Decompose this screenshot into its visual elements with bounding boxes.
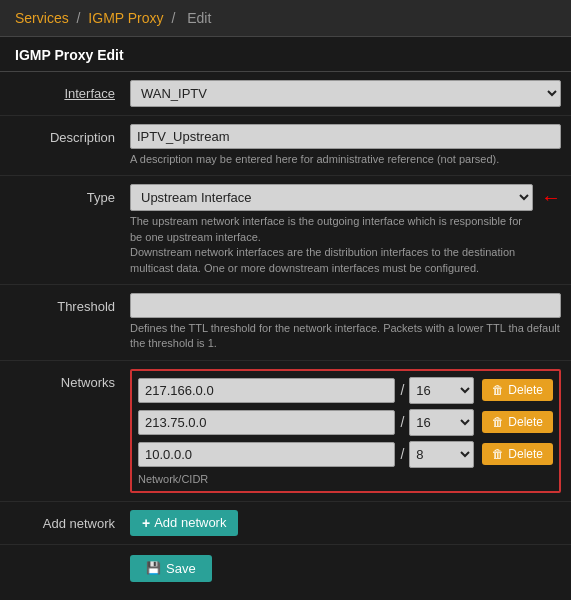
save-disk-icon: 💾: [146, 561, 161, 575]
networks-row: Networks / 16 8 24 32 🗑 Delete: [0, 361, 571, 502]
network-ip-2[interactable]: [138, 410, 395, 435]
description-input[interactable]: [130, 124, 561, 149]
interface-content: WAN_IPTV LAN WAN: [130, 80, 561, 107]
description-row: Description A description may be entered…: [0, 116, 571, 176]
threshold-hint: Defines the TTL threshold for the networ…: [130, 321, 561, 352]
trash-icon-1: 🗑: [492, 383, 504, 397]
trash-icon-2: 🗑: [492, 415, 504, 429]
slash-2: /: [400, 414, 404, 430]
delete-button-2[interactable]: 🗑 Delete: [482, 411, 553, 433]
network-cidr-label: Network/CIDR: [138, 473, 553, 485]
page-title: IGMP Proxy Edit: [0, 37, 571, 72]
type-content: Upstream Interface Downstream Interface …: [130, 184, 561, 276]
interface-row: Interface WAN_IPTV LAN WAN: [0, 72, 571, 116]
interface-label: Interface: [10, 80, 130, 101]
type-row: Type Upstream Interface Downstream Inter…: [0, 176, 571, 285]
cidr-select-2[interactable]: 16 8 24 32: [409, 409, 474, 436]
breadcrumb-sep2: /: [171, 10, 175, 26]
cidr-select-1[interactable]: 16 8 24 32: [409, 377, 474, 404]
add-network-row: Add network + Add network: [0, 502, 571, 545]
red-arrow-icon: ←: [541, 186, 561, 209]
slash-3: /: [400, 446, 404, 462]
type-label: Type: [10, 184, 130, 205]
breadcrumb-sep1: /: [77, 10, 81, 26]
cidr-select-3[interactable]: 8 16 24 32: [409, 441, 474, 468]
breadcrumb-igmp[interactable]: IGMP Proxy: [88, 10, 163, 26]
add-network-content: + Add network: [130, 510, 561, 536]
type-select[interactable]: Upstream Interface Downstream Interface: [130, 184, 533, 211]
network-ip-1[interactable]: [138, 378, 395, 403]
description-content: A description may be entered here for ad…: [130, 124, 561, 167]
network-ip-3[interactable]: [138, 442, 395, 467]
networks-label: Networks: [10, 369, 130, 390]
form-container: Interface WAN_IPTV LAN WAN Description A…: [0, 72, 571, 545]
add-network-button[interactable]: + Add network: [130, 510, 238, 536]
breadcrumb-edit: Edit: [187, 10, 211, 26]
delete-button-3[interactable]: 🗑 Delete: [482, 443, 553, 465]
threshold-row: Threshold Defines the TTL threshold for …: [0, 285, 571, 361]
threshold-label: Threshold: [10, 293, 130, 314]
interface-select[interactable]: WAN_IPTV LAN WAN: [130, 80, 561, 107]
type-wrapper: Upstream Interface Downstream Interface …: [130, 184, 561, 211]
save-button[interactable]: 💾 Save: [130, 555, 212, 582]
networks-content: / 16 8 24 32 🗑 Delete /: [130, 369, 561, 493]
network-row-3: / 8 16 24 32 🗑 Delete: [138, 441, 553, 468]
slash-1: /: [400, 382, 404, 398]
description-hint: A description may be entered here for ad…: [130, 152, 561, 167]
description-label: Description: [10, 124, 130, 145]
type-hint: The upstream network interface is the ou…: [130, 214, 561, 276]
trash-icon-3: 🗑: [492, 447, 504, 461]
add-network-label: Add network: [10, 510, 130, 531]
network-row-1: / 16 8 24 32 🗑 Delete: [138, 377, 553, 404]
threshold-content: Defines the TTL threshold for the networ…: [130, 293, 561, 352]
delete-button-1[interactable]: 🗑 Delete: [482, 379, 553, 401]
breadcrumb-services[interactable]: Services: [15, 10, 69, 26]
networks-box: / 16 8 24 32 🗑 Delete /: [130, 369, 561, 493]
breadcrumb: Services / IGMP Proxy / Edit: [0, 0, 571, 37]
plus-icon: +: [142, 515, 150, 531]
network-row-2: / 16 8 24 32 🗑 Delete: [138, 409, 553, 436]
threshold-input[interactable]: [130, 293, 561, 318]
